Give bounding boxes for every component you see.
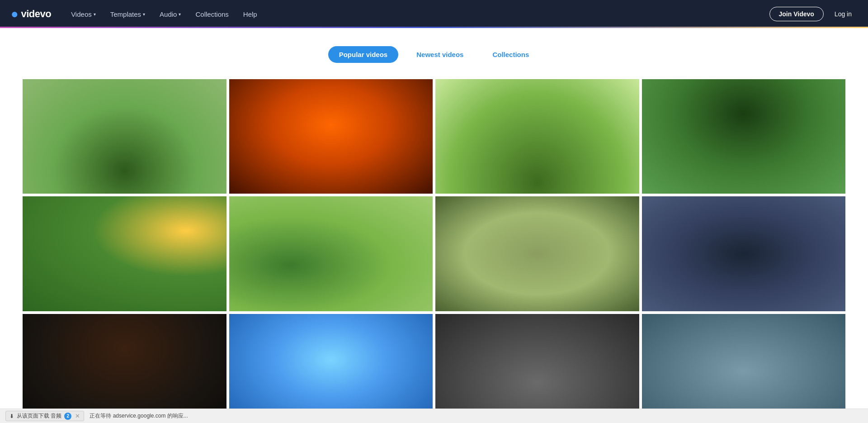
login-button[interactable]: Log in (829, 7, 857, 21)
video-thumb-3[interactable] (435, 79, 639, 194)
logo[interactable]: ● videvo (11, 8, 51, 20)
logo-dot: ● (11, 8, 18, 20)
chevron-down-icon: ▾ (94, 12, 96, 17)
video-thumb-8[interactable] (642, 196, 846, 311)
nav-item-audio[interactable]: Audio ▾ (154, 8, 186, 21)
tabs-section: Popular videos Newest videos Collections (0, 28, 868, 72)
statusbar-download-label: 从该页面下载 音频 (17, 412, 61, 420)
video-thumb-11[interactable] (435, 314, 639, 423)
video-grid (0, 72, 868, 423)
video-thumb-2[interactable] (229, 79, 433, 194)
video-thumb-1[interactable] (23, 79, 226, 194)
video-thumb-9[interactable] (23, 314, 226, 423)
statusbar-badge: 2 (64, 413, 71, 420)
video-thumb-4[interactable] (642, 79, 846, 194)
statusbar-download-bar[interactable]: ⬇ 从该页面下载 音频 2 ✕ (5, 411, 84, 421)
join-button[interactable]: Join Videvo (769, 7, 824, 21)
nav-item-videos[interactable]: Videos ▾ (66, 8, 101, 21)
navbar: ● videvo Videos ▾ Templates ▾ Audio ▾ Co… (0, 0, 868, 28)
tab-collections[interactable]: Collections (481, 46, 540, 63)
statusbar: ⬇ 从该页面下载 音频 2 ✕ 正在等待 adservice.google.co… (0, 409, 868, 423)
video-thumb-6[interactable] (229, 196, 433, 311)
logo-text: videvo (21, 8, 51, 20)
chevron-down-icon: ▾ (143, 12, 145, 17)
video-thumb-12[interactable] (642, 314, 846, 423)
download-icon: ⬇ (9, 413, 14, 419)
video-thumb-5[interactable] (23, 196, 226, 311)
video-thumb-10[interactable] (229, 314, 433, 423)
tab-popular-videos[interactable]: Popular videos (328, 46, 399, 63)
nav-right: Join Videvo Log in (769, 7, 857, 21)
nav-item-collections[interactable]: Collections (190, 8, 234, 21)
nav-item-templates[interactable]: Templates ▾ (105, 8, 151, 21)
video-thumb-7[interactable] (435, 196, 639, 311)
tab-newest-videos[interactable]: Newest videos (406, 46, 474, 63)
nav-item-help[interactable]: Help (238, 8, 263, 21)
nav-links: Videos ▾ Templates ▾ Audio ▾ Collections… (66, 8, 769, 21)
statusbar-close-icon[interactable]: ✕ (75, 413, 80, 419)
statusbar-loading-text: 正在等待 adservice.google.com 的响应... (90, 412, 188, 420)
chevron-down-icon: ▾ (179, 12, 181, 17)
